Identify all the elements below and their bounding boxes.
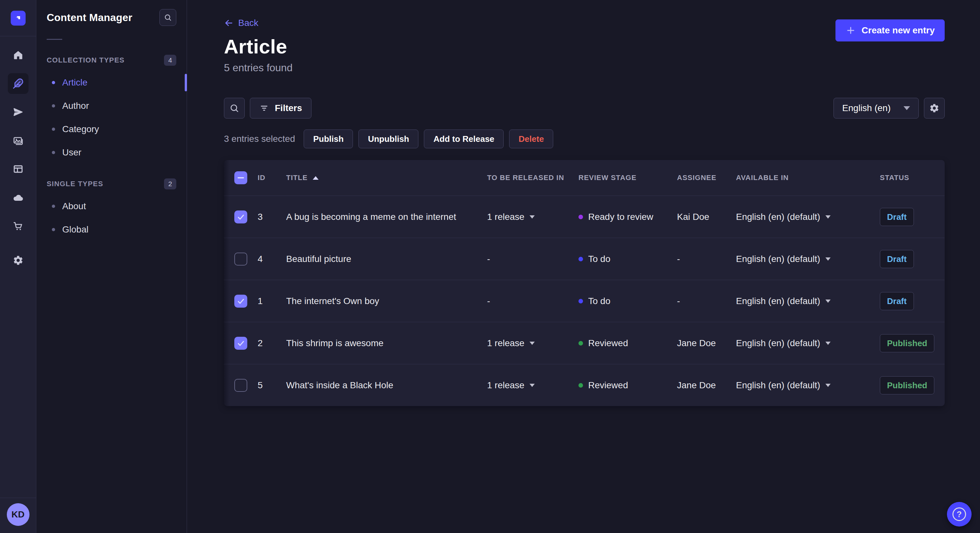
bulk-action-button[interactable]: Publish [304, 130, 353, 148]
single-types-count-badge: 2 [164, 178, 176, 189]
cell-release: 1 release [487, 212, 579, 222]
back-link[interactable]: Back [224, 18, 258, 28]
releases-icon[interactable] [8, 102, 29, 122]
row-checkbox[interactable] [234, 379, 247, 392]
page-header: Back Article 5 entries found Create new … [224, 0, 945, 74]
cell-id: 1 [258, 296, 286, 306]
cell-review-stage: Ready to review [579, 212, 677, 222]
cell-id: 2 [258, 338, 286, 348]
status-badge: Published [880, 376, 934, 394]
cell-assignee: Jane Doe [677, 380, 736, 390]
bullet-icon [52, 151, 55, 154]
stage-dot [579, 215, 583, 219]
cell-available-in[interactable]: English (en) (default) [736, 212, 880, 222]
cell-assignee: Kai Doe [677, 212, 736, 222]
entries-count: 5 entries found [224, 62, 945, 74]
cell-title: This shrimp is awesome [286, 338, 487, 348]
chevron-down-icon [826, 300, 830, 303]
cell-available-in[interactable]: English (en) (default) [736, 254, 880, 264]
chevron-down-icon[interactable] [530, 384, 535, 387]
row-checkbox[interactable] [234, 211, 247, 224]
filters-button[interactable]: Filters [250, 98, 312, 119]
row-checkbox[interactable] [234, 295, 247, 308]
search-icon [164, 13, 172, 22]
content-manager-icon[interactable] [8, 73, 29, 94]
create-new-entry-button[interactable]: Create new entry [835, 19, 945, 41]
column-title[interactable]: TITLE [286, 174, 487, 182]
chevron-down-icon [826, 257, 830, 261]
column-released: TO BE RELEASED IN [487, 174, 579, 182]
sidebar-item[interactable]: Article [47, 71, 176, 94]
cell-review-stage: To do [579, 296, 677, 306]
entries-table: ID TITLE TO BE RELEASED IN REVIEW STAGE … [224, 160, 945, 406]
row-checkbox[interactable] [234, 252, 247, 265]
strapi-logo-icon[interactable] [11, 11, 25, 25]
cell-review-stage: Reviewed [579, 338, 677, 348]
table-row[interactable]: 4 Beautiful picture - To do - English (e… [224, 238, 945, 280]
cell-status: Draft [880, 250, 934, 268]
table-row[interactable]: 1 The internet's Own boy - To do - Engli… [224, 280, 945, 322]
column-id: ID [258, 174, 286, 182]
cell-status: Published [880, 376, 934, 394]
marketplace-cart-icon[interactable] [8, 216, 29, 236]
view-settings-button[interactable] [924, 98, 945, 119]
cell-status: Draft [880, 292, 934, 310]
chevron-down-icon [826, 215, 830, 219]
cell-release: 1 release [487, 380, 579, 390]
bulk-action-button[interactable]: Delete [509, 130, 553, 148]
cell-review-stage: Reviewed [579, 380, 677, 390]
chevron-down-icon [826, 342, 830, 345]
sidebar-item-label: User [62, 148, 81, 158]
strapi-mark [14, 14, 22, 22]
sidebar-item[interactable]: Global [47, 218, 176, 241]
toolbar: Filters English (en) [224, 98, 945, 119]
user-avatar[interactable]: KD [7, 503, 30, 526]
stage-dot [579, 341, 583, 346]
cell-id: 5 [258, 380, 286, 390]
main-content: Back Article 5 entries found Create new … [187, 0, 980, 533]
table-row[interactable]: 3 A bug is becoming a meme on the intern… [224, 195, 945, 238]
selection-count-text: 3 entries selected [224, 134, 295, 144]
bullet-icon [52, 128, 55, 131]
sidebar-item[interactable]: Author [47, 94, 176, 117]
check-icon [237, 339, 245, 347]
status-badge: Draft [880, 208, 914, 226]
status-badge: Published [880, 334, 934, 352]
bulk-action-button[interactable]: Add to Release [424, 130, 504, 148]
column-status: STATUS [880, 174, 934, 182]
chevron-down-icon [826, 384, 830, 387]
locale-select[interactable]: English (en) [834, 98, 919, 119]
chevron-down-icon[interactable] [530, 342, 535, 345]
cell-available-in[interactable]: English (en) (default) [736, 380, 880, 390]
help-button[interactable]: ? [947, 502, 972, 527]
content-type-builder-icon[interactable] [8, 159, 29, 179]
sidebar-divider [47, 39, 62, 40]
cell-status: Draft [880, 208, 934, 226]
stage-dot [579, 383, 583, 388]
table-row[interactable]: 5 What's inside a Black Hole 1 release R… [224, 364, 945, 406]
chevron-down-icon[interactable] [530, 215, 535, 219]
cell-status: Published [880, 334, 934, 352]
settings-gear-icon[interactable] [8, 250, 29, 271]
sidebar-item[interactable]: Category [47, 117, 176, 141]
row-checkbox[interactable] [234, 337, 247, 350]
cell-available-in[interactable]: English (en) (default) [736, 296, 880, 306]
selection-bar: 3 entries selected Publish Unpublish Add… [224, 130, 945, 148]
home-icon[interactable] [8, 45, 29, 65]
cell-release: 1 release [487, 338, 579, 348]
sidebar-item[interactable]: User [47, 141, 176, 164]
cloud-icon[interactable] [8, 187, 29, 208]
bulk-action-button[interactable]: Unpublish [358, 130, 418, 148]
media-library-icon[interactable] [8, 130, 29, 151]
search-button[interactable] [224, 98, 245, 119]
sidebar-item[interactable]: About [47, 195, 176, 218]
cell-title: A bug is becoming a meme on the internet [286, 212, 487, 222]
sidebar-item-label: Author [62, 101, 89, 111]
cell-available-in[interactable]: English (en) (default) [736, 338, 880, 348]
cell-release: - [487, 296, 579, 306]
select-all-checkbox[interactable] [234, 171, 247, 184]
sidebar-search-button[interactable] [159, 9, 176, 26]
bullet-icon [52, 228, 55, 231]
column-available-in: AVAILABLE IN [736, 174, 880, 182]
table-row[interactable]: 2 This shrimp is awesome 1 release Revie… [224, 322, 945, 364]
